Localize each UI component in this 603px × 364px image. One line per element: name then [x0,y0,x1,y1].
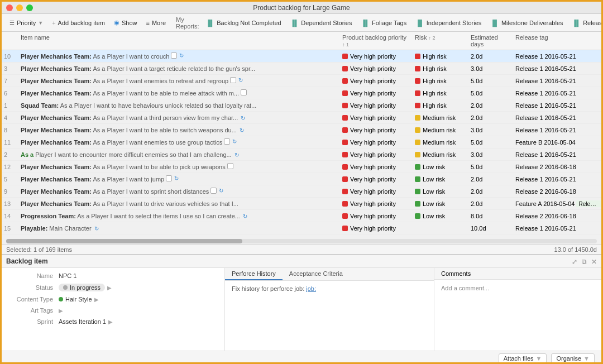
expand-icon[interactable]: ⤢ [572,258,577,266]
header-days[interactable]: Estimated days [467,34,512,47]
name-value[interactable]: NPC 1 [59,272,218,279]
refresh-icon[interactable]: ↻ [174,175,179,181]
table-row[interactable]: 15 Playable: Main Character↻ Very high p… [2,222,601,234]
content-type-value-wrapper[interactable]: Hair Style ▶ [59,296,218,303]
row-days: 5.0d [467,139,512,146]
row-number: 6 [2,90,17,97]
refresh-icon[interactable]: ↻ [238,77,243,83]
filter-milestone-deliverables[interactable]: ▐▌ Milestone Deliverables [487,18,566,27]
table-row[interactable]: 9 Player Mechanics Team: As a Player I w… [2,185,601,198]
comments-body[interactable]: Add a comment... [434,280,601,351]
team-label: Player Mechanics Team: [21,114,92,121]
story-text: As a Player I want to jump [92,176,164,183]
content-type-text: Hair Style [65,296,92,303]
status-pill[interactable]: In progress [59,284,105,291]
table-row[interactable]: 3 Player Mechanics Team: As a Player I w… [2,63,601,75]
title-bar: Product backlog for Large Game [2,2,601,14]
refresh-icon[interactable]: ↻ [240,127,244,133]
maximize-button[interactable] [26,4,33,11]
table-row[interactable]: 4 Player Mechanics Team: As a Player I w… [2,112,601,124]
header-risk[interactable]: Risk ↑ 2 [411,34,467,47]
bottom-footer: Attach files ▼ Organise ▼ [2,351,601,364]
refresh-icon[interactable]: ↻ [94,226,99,232]
table-row[interactable]: 5 Player Mechanics Team: As a Player I w… [2,173,601,185]
show-button[interactable]: ◉ Show [111,18,141,27]
row-risk: High risk [411,65,467,72]
team-label: Player Mechanics Team: [21,90,92,97]
checkbox-icon[interactable] [224,138,230,145]
checkbox-icon[interactable] [166,175,172,181]
table-row[interactable]: 1 Squad Team: As a Player I want to have… [2,99,601,112]
bar-chart-icon: ▐▌ [206,20,215,26]
filter-backlog-not-completed[interactable]: ▐▌ Backlog Not Completed [203,18,285,27]
tab-perforce-history[interactable]: Perforce History [225,268,283,280]
minimize-button[interactable] [16,4,23,11]
organise-button[interactable]: Organise ▼ [551,353,595,363]
refresh-icon[interactable]: ↻ [243,213,247,219]
refresh-icon[interactable]: ↻ [234,152,239,158]
table-row[interactable]: 8 Player Mechanics Team: As a Player I w… [2,124,601,136]
row-days: 2.0d [467,200,512,207]
row-days: 8.0d [467,213,512,219]
refresh-icon[interactable]: ↻ [241,115,245,121]
sprint-value-wrapper[interactable]: Assets Iteration 1 ▶ [59,318,218,325]
perforce-text: Fix history for perforce job: [232,285,304,292]
row-name: Player Mechanics Team: As a Player I wan… [17,186,339,196]
scrollbar-thumb[interactable] [6,239,242,243]
filter-foliage-tags[interactable]: ▐▌ Foliage Tags [357,18,410,27]
more-button[interactable]: ≡ More [143,18,169,27]
art-tags-value[interactable]: ▶ [59,308,218,314]
risk-dot [415,78,420,84]
refresh-icon[interactable]: ↻ [232,138,237,145]
filter-release1-status[interactable]: ▐▌ Release 1 Status [569,18,601,27]
priority-text: Very high priority [350,151,396,158]
backlog-item-title: Backlog item [6,257,48,265]
row-priority: Very high priority [339,90,411,97]
filter-independent-stories[interactable]: ▐▌ Independent Stories [412,18,485,27]
perforce-job-link[interactable]: job: [306,285,316,292]
risk-text: Low risk [423,213,445,219]
refresh-icon[interactable]: ↻ [219,188,223,194]
table-header: Item name Product backlog priority ↑ 1 R… [2,32,601,50]
close-button[interactable] [6,4,13,11]
horizontal-scrollbar[interactable] [6,239,597,243]
backlog-details: Name NPC 1 Status In progress ▶ Content … [2,268,225,351]
priority-dropdown[interactable]: ☰ Priority ▼ [6,18,46,27]
sprint-row: Sprint Assets Iteration 1 ▶ [8,318,218,325]
filter-dependent-stories[interactable]: ▐▌ Dependent Stories [287,18,356,27]
checkbox-icon[interactable] [210,188,217,194]
tab-acceptance-criteria[interactable]: Acceptance Criteria [283,268,350,280]
header-item-name[interactable]: Item name [17,34,339,47]
header-release[interactable]: Release tag [512,34,601,47]
table-row[interactable]: 2 As a Player I want to encounter more d… [2,149,601,161]
popout-icon[interactable]: ⧉ [582,258,587,266]
status-value-wrapper[interactable]: In progress ▶ [59,284,218,291]
risk-text: High risk [423,102,447,109]
risk-text: High risk [423,65,447,72]
priority-text: Very high priority [350,188,396,195]
table-row[interactable]: 14 Progression Team: As a Player I want … [2,210,601,222]
row-risk: High risk [411,78,467,84]
total-days: 13.0 of 1450.0d [554,246,597,253]
checkbox-icon[interactable] [241,89,247,95]
refresh-icon[interactable]: ↻ [179,52,184,59]
add-comment-text[interactable]: Add a comment... [441,285,489,291]
row-risk: High risk [411,102,467,109]
table-row[interactable]: 10 Player Mechanics Team: As a Player I … [2,50,601,63]
table-row[interactable]: 11 Player Mechanics Team: As a Player I … [2,136,601,149]
close-panel-icon[interactable]: ✕ [591,258,597,266]
checkbox-icon[interactable] [230,77,236,83]
table-row[interactable]: 6 Player Mechanics Team: As a Player I w… [2,87,601,99]
add-backlog-button[interactable]: + Add backlog item [49,18,108,27]
row-icons: ↻ [240,115,245,121]
table-row[interactable]: 12 Player Mechanics Team: As a Player I … [2,161,601,173]
attach-files-button[interactable]: Attach files ▼ [499,353,547,363]
checkbox-icon[interactable] [227,163,233,169]
table-row[interactable]: 7 Player Mechanics Team: As a Player I w… [2,75,601,87]
row-icons: ↻ [242,213,247,219]
header-priority[interactable]: Product backlog priority ↑ 1 [339,34,411,47]
table-row[interactable]: 13 Player Mechanics Team: As a Player I … [2,198,601,210]
row-days: 3.0d [467,151,512,158]
row-name: Player Mechanics Team: As a Player I wan… [17,137,339,147]
checkbox-icon[interactable] [171,52,177,59]
